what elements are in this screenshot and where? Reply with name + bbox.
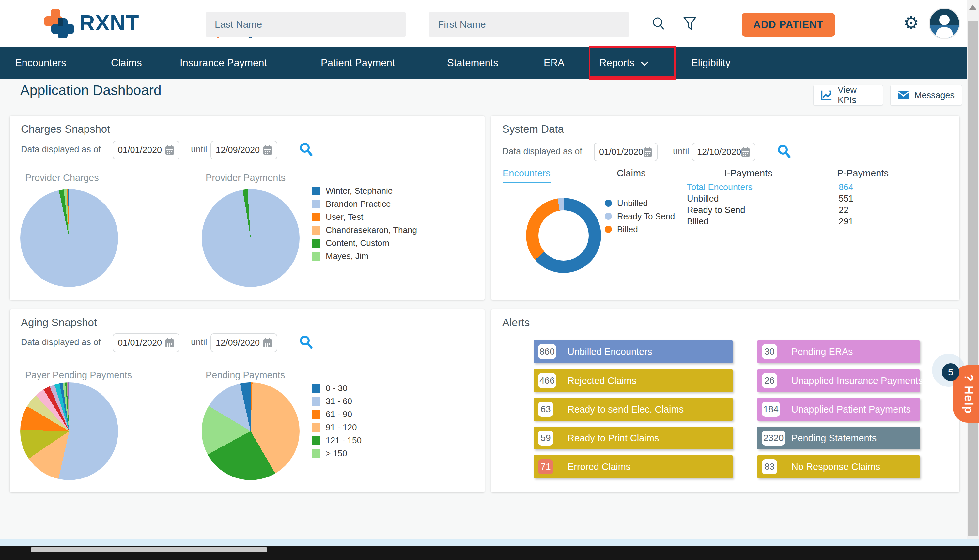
stat-total-encounters-label[interactable]: Total Encounters <box>687 182 752 192</box>
gear-icon[interactable]: ⚙ <box>903 12 919 33</box>
tab-claims[interactable]: Claims <box>617 168 646 182</box>
legend-item: Winter, Stephanie <box>312 184 476 197</box>
view-kpis-button[interactable]: View KPIs <box>813 85 883 106</box>
alert-ready-to-print-claims[interactable]: 59Ready to Print Claims <box>533 427 733 450</box>
add-patient-button[interactable]: ADD PATIENT <box>742 13 835 37</box>
alert-unbilled-encounters[interactable]: 860Unbilled Encounters <box>533 340 733 363</box>
stat-ready-to-send-value: 22 <box>839 205 849 215</box>
charges-snapshot-card: Charges Snapshot Data displayed as of 01… <box>10 116 484 300</box>
messages-button[interactable]: Messages <box>890 85 962 106</box>
chart-title: Provider Payments <box>205 173 286 183</box>
alert-count-badge: 83 <box>762 459 777 474</box>
nav-patient-payment[interactable]: Patient Payment <box>321 47 395 78</box>
rxnt-logo-icon <box>43 8 75 39</box>
alert-pending-eras[interactable]: 30Pending ERAs <box>757 340 920 363</box>
nav-statements[interactable]: Statements <box>447 47 498 78</box>
main-nav: Encounters Claims Insurance Payment Pati… <box>0 47 979 78</box>
date-to-field[interactable]: 12/10/2020 <box>692 143 755 162</box>
search-icon[interactable] <box>299 335 314 350</box>
alert-count-badge: 30 <box>762 344 777 359</box>
legend-item: Chandrasekaron, Thang <box>312 223 476 237</box>
legend-item: 61 - 90 <box>312 408 476 421</box>
legend-label: Ready To Send <box>617 211 675 222</box>
vertical-scroll-thumb[interactable] <box>968 21 978 536</box>
legend-swatch <box>312 423 321 432</box>
horizontal-scroll-thumb[interactable] <box>31 547 267 552</box>
brand-name: RXNT <box>79 10 139 35</box>
tab-encounters[interactable]: Encounters <box>503 168 551 183</box>
stat-ready-to-send-label: Ready to Send <box>687 205 745 215</box>
legend-label: Winter, Stephanie <box>326 186 393 196</box>
calendar-icon <box>643 147 652 157</box>
date-to-field[interactable]: 12/09/2020 <box>211 140 277 160</box>
alert-count-badge: 2320 <box>762 430 785 445</box>
legend-label: 0 - 30 <box>326 383 347 393</box>
alert-label: Rejected Claims <box>568 375 637 386</box>
nav-insurance-payment[interactable]: Insurance Payment <box>180 47 267 78</box>
legend-item: Ready To Send <box>605 210 675 223</box>
stat-total-encounters-value[interactable]: 864 <box>839 182 854 192</box>
alert-rejected-claims[interactable]: 466Rejected Claims <box>533 369 733 392</box>
stat-unbilled-value: 551 <box>839 194 854 204</box>
search-icon[interactable] <box>299 142 314 157</box>
alert-ready-to-send-elec-claims[interactable]: 63Ready to send Elec. Claims <box>533 398 733 421</box>
nav-reports[interactable]: Reports <box>599 47 646 78</box>
legend-item: 91 - 120 <box>312 421 476 434</box>
scroll-up-arrow-icon[interactable] <box>969 5 976 10</box>
legend-swatch <box>312 213 321 222</box>
help-notification-badge[interactable]: 5 <box>942 363 959 381</box>
alert-label: Unapplied Patient Payments <box>791 404 911 415</box>
envelope-icon <box>898 90 909 100</box>
search-icon[interactable] <box>777 144 792 159</box>
alert-count-badge: 63 <box>538 402 553 417</box>
last-name-input[interactable] <box>205 12 406 37</box>
legend-item: 121 - 150 <box>312 434 476 447</box>
stat-billed-value: 291 <box>839 217 854 227</box>
date-to-field[interactable]: 12/09/2020 <box>211 333 277 352</box>
alert-errored-claims[interactable]: 71Errored Claims <box>533 455 733 478</box>
stat-unbilled-label: Unbilled <box>687 194 719 204</box>
alert-count-badge: 184 <box>762 402 780 417</box>
chevron-down-icon <box>641 58 648 66</box>
provider-payments-pie <box>202 189 299 287</box>
nav-encounters[interactable]: Encounters <box>15 47 66 78</box>
legend-swatch <box>312 384 321 393</box>
legend-label: 121 - 150 <box>326 435 362 445</box>
calendar-icon <box>741 147 750 157</box>
alert-pending-statements[interactable]: 2320Pending Statements <box>757 427 920 450</box>
search-icon[interactable] <box>652 16 667 31</box>
legend-label: > 150 <box>326 448 347 458</box>
legend-item: User, Test <box>312 210 476 223</box>
nav-eligibility[interactable]: Eligibility <box>691 47 731 78</box>
first-name-input[interactable] <box>429 12 629 37</box>
legend-swatch <box>312 187 321 195</box>
date-from-field[interactable]: 01/01/2020 <box>594 143 658 162</box>
alert-no-response-claims[interactable]: 83No Response Claims <box>757 455 920 478</box>
legend-swatch <box>312 449 321 458</box>
avatar[interactable] <box>929 8 960 39</box>
until-label: until <box>673 147 689 157</box>
legend-label: 61 - 90 <box>326 409 352 420</box>
calendar-icon <box>165 145 174 155</box>
nav-claims[interactable]: Claims <box>111 47 142 78</box>
alert-label: Ready to send Elec. Claims <box>568 404 684 415</box>
nav-era[interactable]: ERA <box>544 47 565 78</box>
kpi-chart-icon <box>821 90 832 101</box>
system-data-card: System Data Data displayed as of 01/01/2… <box>491 116 959 300</box>
bottom-strip <box>0 539 979 546</box>
tab-p-payments[interactable]: P-Payments <box>837 168 889 182</box>
tab-i-payments[interactable]: I-Payments <box>725 168 772 182</box>
alert-unapplied-insurance-payments[interactable]: 26Unapplied Insurance Payments <box>757 369 920 392</box>
alert-unapplied-patient-payments[interactable]: 184Unapplied Patient Payments <box>757 398 920 421</box>
date-from-field[interactable]: 01/01/2020 <box>113 333 179 352</box>
stat-billed-label: Billed <box>687 217 708 227</box>
legend-label: Content, Custom <box>326 238 389 248</box>
date-from-field[interactable]: 01/01/2020 <box>113 140 179 160</box>
encounters-donut <box>526 198 601 273</box>
vertical-scrollbar[interactable] <box>967 0 979 539</box>
filter-icon[interactable] <box>683 16 697 31</box>
alert-count-badge: 466 <box>538 373 556 388</box>
calendar-icon <box>263 145 272 155</box>
card-title: System Data <box>502 123 564 135</box>
calendar-icon <box>165 338 174 348</box>
